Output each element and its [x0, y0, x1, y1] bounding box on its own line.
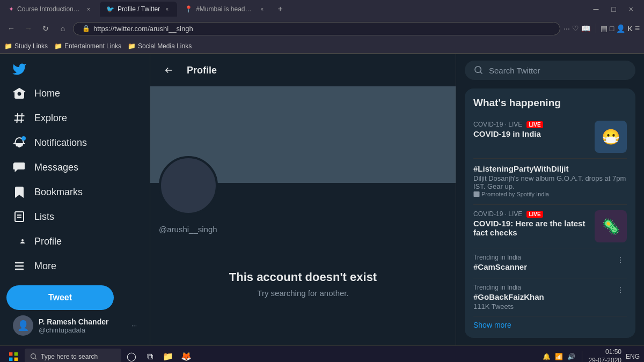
more-options-icon[interactable]: ···	[564, 24, 570, 33]
taskbar-clock: 01:50 29-07-2020	[589, 348, 621, 362]
home-label: Home	[34, 88, 60, 99]
svg-rect-4	[14, 357, 18, 360]
twitter-favicon: 🐦	[106, 5, 114, 13]
user-menu-chevron[interactable]: ···	[131, 322, 137, 329]
search-bar[interactable]	[465, 61, 635, 80]
trending-info-covid-india: COVID-19 · LIVE LIVE COVID-19 in India	[473, 121, 590, 139]
profile-avatar	[159, 156, 218, 215]
sidebar-item-more[interactable]: More	[6, 254, 143, 278]
user-account-icon[interactable]: 👤	[616, 24, 625, 33]
bookmark-star-icon[interactable]: ♡	[572, 24, 579, 33]
tab-scrimba-close[interactable]: ×	[85, 5, 92, 13]
folder-icon: 📁	[4, 42, 12, 50]
taskbar: Type here to search ◯ ⧉ 📁 🦊 🔔 📶 🔊 01:50 …	[0, 345, 644, 362]
address-bar-extras: ··· ♡ 📖	[564, 24, 590, 33]
trending-info-goback: Trending in India #GoBackFaizKhan 111K T…	[473, 284, 610, 311]
secure-icon: 🔒	[82, 25, 90, 32]
sidebar-item-bookmarks[interactable]: Bookmarks	[6, 180, 143, 204]
bookmarks-icon	[13, 186, 26, 198]
maximize-button[interactable]: □	[607, 5, 620, 13]
bookmarks-label: Bookmarks	[34, 187, 83, 198]
taskbar-lang: ENG	[626, 353, 640, 360]
url-bar[interactable]: 🔒 https://twitter.com/arushi__singh	[73, 22, 560, 35]
user-handle: @chintupadala	[39, 326, 126, 334]
twitter-logo[interactable]	[6, 58, 32, 79]
svg-point-0	[21, 239, 24, 241]
forward-button[interactable]: →	[21, 21, 35, 35]
browser-menu-icon[interactable]: ≡	[635, 24, 640, 33]
taskbar-right: 🔔 📶 🔊 01:50 29-07-2020 ENG	[543, 348, 640, 362]
trending-item-camscanner[interactable]: Trending in India #CamScanner	[473, 248, 627, 278]
taskbar-firefox-icon[interactable]: 🦊	[178, 349, 194, 363]
trending-info-covid-facts: COVID-19 · LIVE LIVE COVID-19: Here are …	[473, 210, 590, 238]
extensions-icon[interactable]: ▤	[601, 24, 608, 33]
lists-label: Lists	[34, 211, 54, 223]
bookmark-study-links[interactable]: 📁 Study Links	[4, 42, 48, 50]
explore-label: Explore	[34, 113, 67, 124]
tweet-button[interactable]: Tweet	[6, 285, 114, 310]
sidebar-item-profile[interactable]: Profile	[6, 230, 143, 253]
accounts-icon[interactable]: □	[610, 24, 614, 33]
camscanner-more-icon[interactable]	[614, 254, 627, 267]
lists-icon	[13, 210, 26, 223]
profile-avatar-section	[150, 183, 456, 242]
trending-info-diljit: #ListeningPartyWithDiljit Diljit Dosanjh…	[473, 164, 627, 199]
tab-twitter-label: Profile / Twitter	[118, 5, 160, 13]
minimize-button[interactable]: ─	[589, 5, 603, 13]
explore-icon	[13, 112, 26, 124]
promoted-badge-diljit: Promoted by Spotify India	[473, 191, 549, 197]
user-display-name: P. Ramesh Chander	[39, 317, 126, 326]
tab-twitter-profile[interactable]: 🐦 Profile / Twitter ×	[100, 2, 177, 17]
trending-item-covid-facts[interactable]: COVID-19 · LIVE LIVE COVID-19: Here are …	[473, 205, 627, 248]
back-button[interactable]: ←	[4, 21, 18, 35]
sidebar-item-notifications[interactable]: Notifications	[6, 131, 143, 154]
trending-desc-diljit: Diljit Dosanjh's new album G.O.A.T. drop…	[473, 174, 627, 190]
tab-mumbai-label: #Mumbai is headed for herd Im	[196, 5, 255, 13]
bookmark-social-links[interactable]: 📁 Social Media Links	[128, 42, 192, 50]
trending-tag-covid-india: COVID-19 in India	[473, 129, 590, 138]
show-more-button[interactable]: Show more	[473, 321, 627, 329]
covid-india-image: 😷	[595, 121, 627, 153]
svg-rect-2	[14, 352, 18, 356]
address-bar: ← → ↻ ⌂ 🔒 https://twitter.com/arushi__si…	[0, 18, 644, 39]
tab-bar: ✦ Course Introduction - Scrimba × 🐦 Prof…	[0, 0, 644, 18]
taskbar-task-view-icon[interactable]: ⧉	[142, 349, 158, 363]
messages-label: Messages	[34, 162, 78, 173]
trending-category-goback: Trending in India	[473, 284, 610, 291]
back-arrow-button[interactable]	[159, 61, 178, 80]
url-text: https://twitter.com/arushi__singh	[93, 25, 193, 33]
taskbar-wifi-icon: 📶	[555, 353, 563, 360]
search-input[interactable]	[489, 66, 626, 75]
profile-icon	[13, 235, 26, 248]
live-badge-2: LIVE	[526, 211, 543, 218]
taskbar-search-bar[interactable]: Type here to search	[25, 349, 121, 363]
sidebar-item-explore[interactable]: Explore	[6, 106, 143, 130]
start-button[interactable]	[4, 348, 23, 363]
refresh-button[interactable]: ↻	[39, 21, 53, 35]
trending-item-diljit[interactable]: #ListeningPartyWithDiljit Diljit Dosanjh…	[473, 159, 627, 205]
user-profile-bar[interactable]: 👤 P. Ramesh Chander @chintupadala ···	[6, 310, 143, 341]
tab-mumbai[interactable]: 📍 #Mumbai is headed for herd Im ×	[178, 2, 272, 17]
tab-scrimba-label: Course Introduction - Scrimba	[17, 5, 82, 13]
reading-mode-icon[interactable]: 📖	[581, 24, 590, 33]
taskbar-folder-icon[interactable]: 📁	[160, 349, 176, 363]
sidebar-item-lists[interactable]: Lists	[6, 205, 143, 228]
right-sidebar: What's happening COVID-19 · LIVE LIVE CO…	[456, 54, 644, 345]
tab-mumbai-close[interactable]: ×	[258, 5, 266, 13]
more-label: More	[34, 261, 56, 272]
close-button[interactable]: ×	[625, 5, 638, 13]
tab-twitter-close[interactable]: ×	[163, 5, 171, 13]
bookmark-entertainment-links[interactable]: 📁 Entertainment Links	[54, 42, 121, 50]
sidebar-item-home[interactable]: Home	[6, 82, 143, 105]
trending-item-goback[interactable]: Trending in India #GoBackFaizKhan 111K T…	[473, 278, 627, 316]
new-tab-button[interactable]: +	[273, 2, 287, 16]
goback-more-icon[interactable]	[614, 284, 627, 297]
trending-tag-goback: #GoBackFaizKhan	[473, 292, 610, 301]
notifications-label: Notifications	[34, 137, 87, 149]
sidebar-item-messages[interactable]: Messages	[6, 156, 143, 179]
taskbar-cortana-icon[interactable]: ◯	[123, 349, 140, 363]
trending-item-covid-india[interactable]: COVID-19 · LIVE LIVE COVID-19 in India 😷	[473, 115, 627, 159]
taskbar-network-icon: 🔔	[543, 353, 551, 360]
tab-scrimba[interactable]: ✦ Course Introduction - Scrimba ×	[2, 2, 99, 17]
home-nav-button[interactable]: ⌂	[56, 21, 70, 35]
